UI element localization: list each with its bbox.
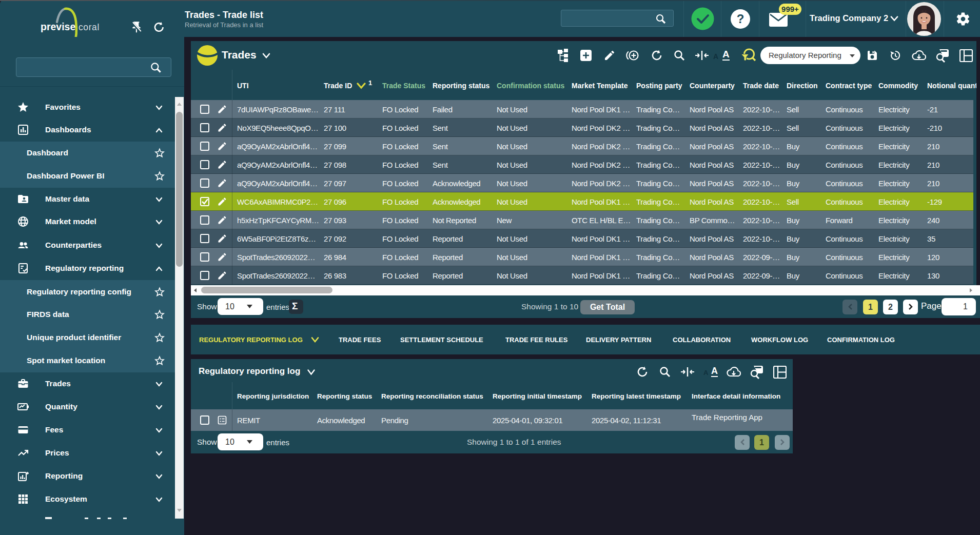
svg-text:coral: coral xyxy=(79,22,100,32)
svg-text:previse: previse xyxy=(41,21,75,32)
svg-text:?: ? xyxy=(737,12,744,26)
